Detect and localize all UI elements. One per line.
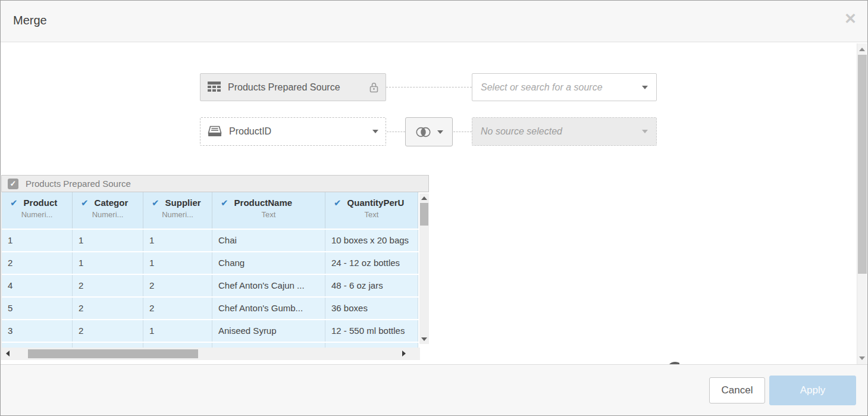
table-cell: 1 — [73, 252, 143, 274]
table-cell: 1 — [73, 230, 143, 251]
table-row: 321Aniseed Syrup12 - 550 ml bottles — [2, 320, 429, 342]
table-vertical-scrollbar[interactable] — [419, 193, 429, 344]
table-cell — [212, 343, 325, 348]
table-cell: 10 boxes x 20 bags — [325, 230, 418, 251]
source-preview-table: ✓ Products Prepared Source ✔ProductNumer… — [1, 175, 429, 360]
chevron-down-icon — [372, 130, 378, 133]
column-type: Numeri... — [2, 210, 72, 219]
column-check-icon[interactable]: ✔ — [221, 198, 228, 207]
table-cell: 2 — [2, 252, 73, 274]
column-header-product: ✔ProductNumeri... — [2, 192, 73, 229]
table-cell: 2 — [143, 298, 212, 319]
scroll-up-icon[interactable] — [859, 48, 865, 51]
column-name: QuantityPerU — [347, 198, 405, 208]
join-type-button[interactable] — [405, 117, 453, 146]
chevron-down-icon — [437, 130, 443, 134]
dialog-header: Merge ✕ — [1, 1, 867, 42]
table-cell: Chef Anton's Cajun ... — [212, 275, 325, 296]
left-key-dropdown[interactable]: ProductID — [200, 117, 386, 146]
chevron-down-icon — [642, 86, 648, 89]
dialog-title: Merge — [13, 14, 47, 27]
source-checkbox[interactable]: ✓ — [8, 179, 18, 189]
apply-button[interactable]: Apply — [769, 376, 856, 405]
table-row: 211Chang24 - 12 oz bottles — [2, 252, 429, 274]
column-name: Product — [24, 198, 58, 208]
table-cell: 48 - 6 oz jars — [325, 275, 418, 296]
table-body: 111Chai10 boxes x 20 bags211Chang24 - 12… — [2, 230, 429, 342]
column-type: Text — [212, 210, 325, 219]
scroll-up-icon[interactable] — [421, 196, 427, 200]
table-cell — [325, 343, 418, 348]
table-row: 422Chef Anton's Cajun ...48 - 6 oz jars — [2, 275, 429, 296]
left-source-label: Products Prepared Source — [228, 82, 369, 93]
table-cell: 1 — [143, 252, 212, 274]
table-cell: 2 — [73, 298, 143, 319]
table-row-clipped — [2, 343, 429, 348]
column-type: Text — [325, 210, 418, 219]
left-key-value: ProductID — [229, 126, 372, 137]
column-header-productname: ✔ProductNameText — [212, 192, 325, 229]
table-grid-icon — [208, 82, 221, 93]
dialog-vertical-scrollbar[interactable] — [857, 43, 867, 364]
column-header-row: ✔ProductNumeri...✔CategorNumeri...✔Suppl… — [2, 192, 429, 229]
column-header-categor: ✔CategorNumeri... — [73, 192, 143, 229]
table-cell — [143, 343, 212, 348]
dialog-body: Products Prepared Source Select or searc… — [1, 42, 867, 365]
source-connector-line — [386, 87, 472, 87]
table-cell: 1 — [2, 230, 73, 251]
preview-source-label: Products Prepared Source — [26, 179, 131, 189]
scroll-right-icon[interactable] — [402, 351, 406, 356]
dialog-vscroll-thumb[interactable] — [858, 55, 867, 274]
table-cell: 1 — [143, 320, 212, 342]
column-check-icon[interactable]: ✔ — [10, 198, 18, 207]
right-key-dropdown-disabled: No source selected — [472, 117, 657, 146]
column-check-icon[interactable]: ✔ — [81, 198, 89, 207]
table-vscroll-thumb[interactable] — [420, 203, 428, 226]
column-name: Supplier — [165, 198, 201, 208]
table-cell: 2 — [73, 275, 143, 296]
table-cell: 12 - 550 ml bottles — [325, 320, 418, 342]
table-cell: 24 - 12 oz bottles — [325, 252, 418, 274]
table-cell: Chef Anton's Gumb... — [212, 298, 325, 319]
table-row: 111Chai10 boxes x 20 bags — [2, 230, 429, 251]
right-source-placeholder: Select or search for a source — [481, 82, 642, 93]
table-cell: 4 — [2, 275, 73, 296]
cancel-button[interactable]: Cancel — [709, 377, 765, 404]
scroll-down-icon[interactable] — [859, 356, 865, 360]
table-horizontal-scrollbar[interactable] — [2, 348, 420, 360]
column-name: ProductName — [234, 198, 293, 208]
inner-join-venn-icon — [415, 126, 432, 138]
table-cell: Chai — [212, 230, 325, 251]
preview-title-bar: ✓ Products Prepared Source — [1, 175, 429, 192]
table-cell: 2 — [73, 320, 143, 342]
table-cell: 5 — [2, 298, 73, 319]
column-field-icon — [208, 126, 222, 137]
scroll-left-icon[interactable] — [6, 351, 10, 356]
column-name: Categor — [95, 198, 129, 208]
table-cell: Chang — [212, 252, 325, 274]
table-cell: 36 boxes — [325, 298, 418, 319]
close-icon[interactable]: ✕ — [844, 11, 857, 26]
table-cell: 3 — [2, 320, 73, 342]
join-connector-line — [387, 132, 405, 132]
table-cell — [2, 343, 73, 348]
column-header-supplier: ✔SupplierNumeri... — [143, 192, 212, 229]
table-cell: Aniseed Syrup — [212, 320, 325, 342]
left-source-button[interactable]: Products Prepared Source — [200, 73, 386, 101]
right-source-select[interactable]: Select or search for a source — [472, 73, 657, 101]
column-check-icon[interactable]: ✔ — [152, 198, 159, 207]
table-cell: 2 — [143, 275, 212, 296]
chevron-down-icon — [642, 130, 648, 133]
scroll-down-icon[interactable] — [421, 337, 427, 341]
join-connector-line — [453, 132, 472, 132]
column-type: Numeri... — [73, 210, 143, 219]
preview-grid: ✔ProductNumeri...✔CategorNumeri...✔Suppl… — [1, 192, 429, 360]
table-hscroll-thumb[interactable] — [28, 349, 198, 358]
table-row: 522Chef Anton's Gumb...36 boxes — [2, 298, 429, 319]
column-type: Numeri... — [143, 210, 212, 219]
lock-icon — [369, 82, 378, 93]
table-cell — [73, 343, 143, 348]
column-check-icon[interactable]: ✔ — [334, 198, 341, 207]
table-cell: 1 — [143, 230, 212, 251]
column-header-quantityperu: ✔QuantityPerUText — [325, 192, 418, 229]
